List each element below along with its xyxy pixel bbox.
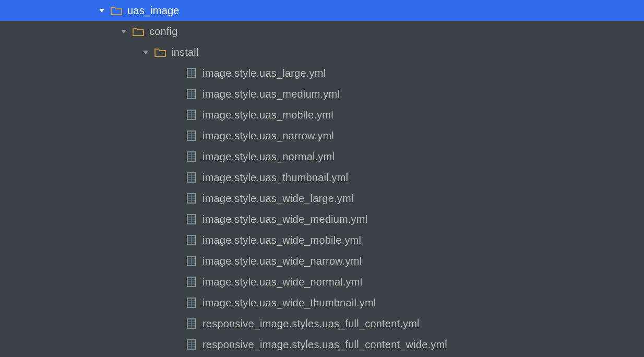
tree-file-row[interactable]: image.style.uas_large.yml [0,63,644,84]
tree-item-label: image.style.uas_wide_mobile.yml [202,234,361,246]
folder-icon [133,26,144,37]
indent [0,10,97,11]
tree-item-label: image.style.uas_normal.yml [202,151,335,163]
yml-file-icon [186,213,197,225]
yml-file-icon [186,234,197,246]
indent [0,240,186,241]
yml-file-icon [186,151,197,162]
svg-marker-0 [99,9,104,13]
yml-file-icon [186,339,197,350]
yml-file-icon [186,276,197,288]
tree-file-row[interactable]: responsive_image.styles.uas_full_content… [0,313,644,334]
tree-file-row[interactable]: image.style.uas_wide_thumbnail.yml [0,292,644,313]
tree-item-label: image.style.uas_wide_large.yml [202,193,353,205]
tree-file-row[interactable]: image.style.uas_wide_medium.yml [0,209,644,230]
svg-marker-2 [143,51,148,54]
tree-files-container: image.style.uas_large.yml image.style.ua… [0,63,644,357]
indent [0,73,186,74]
tree-item-label: config [149,26,178,38]
tree-item-label: image.style.uas_mobile.yml [202,109,333,121]
tree-item-label: image.style.uas_narrow.yml [202,130,334,142]
chevron-down-icon[interactable] [97,6,106,15]
indent [0,52,141,53]
yml-file-icon [186,318,197,329]
indent [0,219,186,220]
yml-file-icon [186,193,197,204]
tree-file-row[interactable]: image.style.uas_thumbnail.yml [0,167,644,188]
file-tree: uas_image config install image.style [0,0,644,357]
yml-file-icon [186,88,197,100]
tree-file-row[interactable]: image.style.uas_wide_narrow.yml [0,251,644,271]
folder-icon [154,46,166,58]
tree-folder-row[interactable]: install [0,42,644,63]
tree-item-label: install [171,46,199,58]
tree-file-row[interactable]: image.style.uas_wide_mobile.yml [0,230,644,251]
tree-file-row[interactable]: image.style.uas_narrow.yml [0,125,644,146]
tree-file-row[interactable]: image.style.uas_wide_normal.yml [0,271,644,292]
svg-marker-1 [121,30,126,33]
indent [0,303,186,303]
tree-file-row[interactable]: image.style.uas_mobile.yml [0,104,644,125]
yml-file-icon [186,67,197,79]
indent [0,31,119,32]
indent [0,282,186,282]
tree-file-row[interactable]: responsive_image.styles.uas_full_content… [0,334,644,355]
yml-file-icon [186,297,197,308]
tree-item-label: image.style.uas_wide_normal.yml [202,276,362,288]
tree-folder-row[interactable]: config [0,21,644,42]
tree-item-label: uas_image [127,5,180,17]
yml-file-icon [186,172,197,183]
tree-item-label: image.style.uas_thumbnail.yml [202,172,348,184]
tree-file-row[interactable]: image.style.uas_normal.yml [0,146,644,167]
yml-file-icon [186,255,197,267]
indent [0,198,186,199]
tree-file-row[interactable]: image.style.uas_medium.yml [0,84,644,104]
yml-file-icon [186,109,197,121]
indent [0,157,186,157]
indent [0,344,186,345]
tree-file-row[interactable]: responsive_image.styles.uas_full_screen.… [0,355,644,357]
tree-item-label: responsive_image.styles.uas_full_content… [202,339,447,351]
tree-folder-row[interactable]: uas_image [0,0,644,21]
indent [0,261,186,261]
tree-item-label: image.style.uas_wide_medium.yml [202,213,367,225]
tree-item-label: image.style.uas_large.yml [202,67,326,79]
tree-item-label: responsive_image.styles.uas_full_content… [202,318,420,330]
indent [0,324,186,324]
tree-item-label: image.style.uas_wide_narrow.yml [202,255,362,267]
indent [0,94,186,94]
yml-file-icon [186,130,197,141]
folder-icon [111,5,122,16]
tree-item-label: image.style.uas_medium.yml [202,88,340,100]
indent [0,115,186,115]
tree-item-label: image.style.uas_wide_thumbnail.yml [202,297,376,309]
indent [0,136,186,136]
chevron-down-icon[interactable] [141,47,150,57]
tree-file-row[interactable]: image.style.uas_wide_large.yml [0,188,644,209]
indent [0,177,186,178]
chevron-down-icon[interactable] [119,27,128,36]
